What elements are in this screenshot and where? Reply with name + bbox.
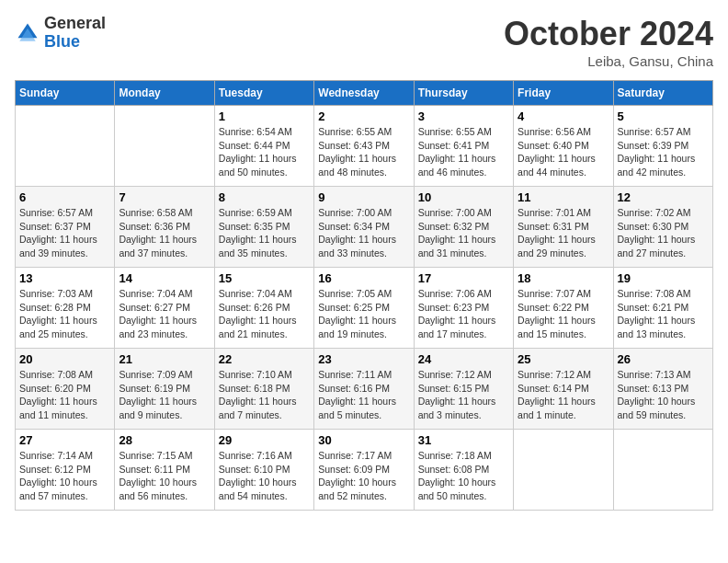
calendar-cell: 9Sunrise: 7:00 AMSunset: 6:34 PMDaylight… [314, 187, 414, 268]
day-info: Sunrise: 7:16 AMSunset: 6:10 PMDaylight:… [219, 449, 310, 503]
day-info: Sunrise: 7:00 AMSunset: 6:32 PMDaylight:… [418, 206, 509, 260]
day-info: Sunrise: 7:03 AMSunset: 6:28 PMDaylight:… [19, 287, 110, 341]
day-info: Sunrise: 7:13 AMSunset: 6:13 PMDaylight:… [618, 368, 709, 422]
day-number: 14 [119, 271, 210, 285]
calendar-cell: 28Sunrise: 7:15 AMSunset: 6:11 PMDayligh… [115, 430, 214, 511]
day-number: 29 [219, 433, 310, 447]
calendar-cell: 23Sunrise: 7:11 AMSunset: 6:16 PMDayligh… [314, 349, 414, 430]
day-number: 15 [219, 271, 310, 285]
day-info: Sunrise: 7:07 AMSunset: 6:22 PMDaylight:… [518, 287, 609, 341]
day-info: Sunrise: 7:01 AMSunset: 6:31 PMDaylight:… [518, 206, 609, 260]
day-number: 10 [418, 190, 509, 204]
day-number: 11 [518, 190, 609, 204]
location: Leiba, Gansu, China [504, 53, 713, 69]
day-info: Sunrise: 6:57 AMSunset: 6:37 PMDaylight:… [19, 206, 110, 260]
header-day: Saturday [613, 81, 712, 106]
calendar-cell: 8Sunrise: 6:59 AMSunset: 6:35 PMDaylight… [214, 187, 313, 268]
day-info: Sunrise: 7:14 AMSunset: 6:12 PMDaylight:… [19, 449, 110, 503]
day-info: Sunrise: 7:08 AMSunset: 6:20 PMDaylight:… [19, 368, 110, 422]
calendar-cell: 11Sunrise: 7:01 AMSunset: 6:31 PMDayligh… [514, 187, 613, 268]
header-day: Monday [115, 81, 214, 106]
calendar-header: SundayMondayTuesdayWednesdayThursdayFrid… [16, 81, 713, 106]
day-number: 28 [119, 433, 210, 447]
calendar-cell: 3Sunrise: 6:55 AMSunset: 6:41 PMDaylight… [414, 106, 513, 187]
calendar-cell: 7Sunrise: 6:58 AMSunset: 6:36 PMDaylight… [115, 187, 214, 268]
calendar-cell: 5Sunrise: 6:57 AMSunset: 6:39 PMDaylight… [613, 106, 712, 187]
calendar-cell: 18Sunrise: 7:07 AMSunset: 6:22 PMDayligh… [514, 268, 613, 349]
day-number: 21 [119, 352, 210, 366]
day-number: 9 [318, 190, 409, 204]
day-number: 1 [219, 109, 310, 123]
header-row: SundayMondayTuesdayWednesdayThursdayFrid… [16, 81, 713, 106]
calendar-body: 1Sunrise: 6:54 AMSunset: 6:44 PMDaylight… [16, 106, 713, 511]
day-info: Sunrise: 7:05 AMSunset: 6:25 PMDaylight:… [318, 287, 409, 341]
day-number: 16 [318, 271, 409, 285]
calendar-cell [16, 106, 115, 187]
day-info: Sunrise: 7:11 AMSunset: 6:16 PMDaylight:… [318, 368, 409, 422]
month-title: October 2024 [504, 15, 713, 53]
calendar-cell: 13Sunrise: 7:03 AMSunset: 6:28 PMDayligh… [16, 268, 115, 349]
calendar-week: 6Sunrise: 6:57 AMSunset: 6:37 PMDaylight… [16, 187, 713, 268]
calendar-cell: 1Sunrise: 6:54 AMSunset: 6:44 PMDaylight… [214, 106, 313, 187]
calendar-cell: 21Sunrise: 7:09 AMSunset: 6:19 PMDayligh… [115, 349, 214, 430]
calendar-table: SundayMondayTuesdayWednesdayThursdayFrid… [15, 80, 713, 511]
day-number: 13 [19, 271, 110, 285]
day-number: 2 [318, 109, 409, 123]
day-info: Sunrise: 7:00 AMSunset: 6:34 PMDaylight:… [318, 206, 409, 260]
calendar-cell: 24Sunrise: 7:12 AMSunset: 6:15 PMDayligh… [414, 349, 513, 430]
calendar-cell: 20Sunrise: 7:08 AMSunset: 6:20 PMDayligh… [16, 349, 115, 430]
day-info: Sunrise: 6:55 AMSunset: 6:43 PMDaylight:… [318, 125, 409, 179]
day-info: Sunrise: 6:58 AMSunset: 6:36 PMDaylight:… [119, 206, 210, 260]
calendar-cell: 12Sunrise: 7:02 AMSunset: 6:30 PMDayligh… [613, 187, 712, 268]
day-info: Sunrise: 7:06 AMSunset: 6:23 PMDaylight:… [418, 287, 509, 341]
calendar-week: 1Sunrise: 6:54 AMSunset: 6:44 PMDaylight… [16, 106, 713, 187]
calendar-cell: 10Sunrise: 7:00 AMSunset: 6:32 PMDayligh… [414, 187, 513, 268]
logo: General Blue [15, 15, 106, 52]
day-number: 7 [119, 190, 210, 204]
header-day: Wednesday [314, 81, 414, 106]
page-header: General Blue October 2024 Leiba, Gansu, … [15, 15, 713, 69]
day-number: 26 [618, 352, 709, 366]
calendar-cell: 6Sunrise: 6:57 AMSunset: 6:37 PMDaylight… [16, 187, 115, 268]
calendar-week: 13Sunrise: 7:03 AMSunset: 6:28 PMDayligh… [16, 268, 713, 349]
day-info: Sunrise: 7:04 AMSunset: 6:27 PMDaylight:… [119, 287, 210, 341]
calendar-cell: 4Sunrise: 6:56 AMSunset: 6:40 PMDaylight… [514, 106, 613, 187]
day-info: Sunrise: 6:57 AMSunset: 6:39 PMDaylight:… [618, 125, 709, 179]
day-info: Sunrise: 6:59 AMSunset: 6:35 PMDaylight:… [219, 206, 310, 260]
day-info: Sunrise: 6:56 AMSunset: 6:40 PMDaylight:… [518, 125, 609, 179]
day-number: 20 [19, 352, 110, 366]
calendar-cell: 17Sunrise: 7:06 AMSunset: 6:23 PMDayligh… [414, 268, 513, 349]
day-number: 8 [219, 190, 310, 204]
day-number: 18 [518, 271, 609, 285]
calendar-cell: 31Sunrise: 7:18 AMSunset: 6:08 PMDayligh… [414, 430, 513, 511]
calendar-cell [115, 106, 214, 187]
day-info: Sunrise: 7:09 AMSunset: 6:19 PMDaylight:… [119, 368, 210, 422]
header-day: Thursday [414, 81, 513, 106]
day-info: Sunrise: 7:04 AMSunset: 6:26 PMDaylight:… [219, 287, 310, 341]
day-info: Sunrise: 7:10 AMSunset: 6:18 PMDaylight:… [219, 368, 310, 422]
calendar-cell: 16Sunrise: 7:05 AMSunset: 6:25 PMDayligh… [314, 268, 414, 349]
day-number: 23 [318, 352, 409, 366]
day-number: 25 [518, 352, 609, 366]
logo-icon [15, 20, 40, 46]
calendar-cell: 29Sunrise: 7:16 AMSunset: 6:10 PMDayligh… [214, 430, 313, 511]
calendar-cell: 2Sunrise: 6:55 AMSunset: 6:43 PMDaylight… [314, 106, 414, 187]
day-info: Sunrise: 7:12 AMSunset: 6:15 PMDaylight:… [418, 368, 509, 422]
header-day: Sunday [16, 81, 115, 106]
day-number: 4 [518, 109, 609, 123]
day-info: Sunrise: 7:17 AMSunset: 6:09 PMDaylight:… [318, 449, 409, 503]
calendar-cell: 30Sunrise: 7:17 AMSunset: 6:09 PMDayligh… [314, 430, 414, 511]
calendar-week: 20Sunrise: 7:08 AMSunset: 6:20 PMDayligh… [16, 349, 713, 430]
calendar-cell: 14Sunrise: 7:04 AMSunset: 6:27 PMDayligh… [115, 268, 214, 349]
calendar-cell: 27Sunrise: 7:14 AMSunset: 6:12 PMDayligh… [16, 430, 115, 511]
day-number: 27 [19, 433, 110, 447]
logo-general: General [44, 14, 106, 32]
day-number: 19 [618, 271, 709, 285]
day-number: 3 [418, 109, 509, 123]
day-number: 5 [618, 109, 709, 123]
day-number: 30 [318, 433, 409, 447]
calendar-cell [514, 430, 613, 511]
day-number: 31 [418, 433, 509, 447]
day-number: 17 [418, 271, 509, 285]
logo-text: General Blue [44, 15, 106, 52]
